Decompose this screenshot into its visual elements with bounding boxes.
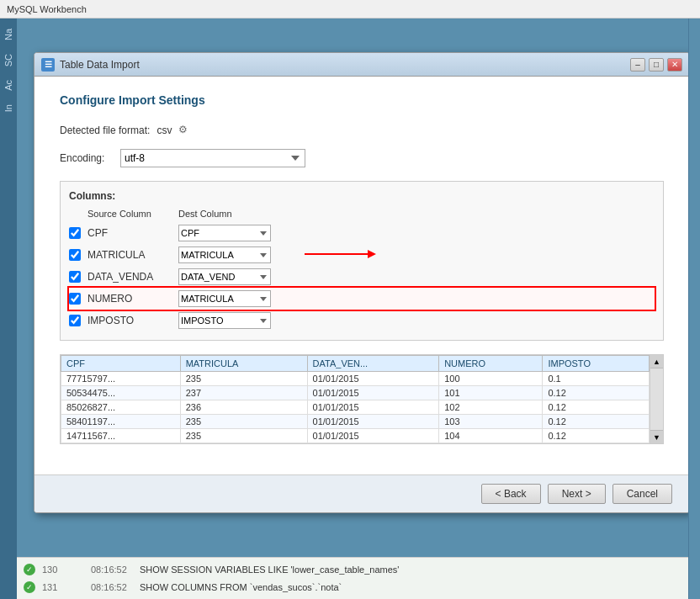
gear-icon[interactable]: ⚙	[178, 124, 192, 137]
preview-cell: 77715797...	[61, 372, 181, 386]
preview-cell: 237	[180, 386, 307, 400]
dialog-titlebar: ☰ Table Data Import – □ ✕	[34, 53, 689, 77]
col-checkbox-imposto[interactable]	[69, 315, 81, 326]
encoding-select[interactable]: utf-8 latin1 utf-16 ascii	[120, 149, 305, 167]
col-header-source: Source Column	[88, 209, 172, 219]
preview-cell: 14711567...	[61, 429, 181, 443]
status-bar: ✓ 130 08:16:52 SHOW SESSION VARIABLES LI…	[17, 557, 700, 599]
next-button[interactable]: Next >	[548, 484, 606, 504]
list-item: 85026827...23601/01/20151020.12	[61, 400, 650, 415]
table-row: IMPOSTO CPF MATRICULA DATA_VEND NUMERO I…	[69, 310, 655, 331]
preview-cell: 01/01/2015	[307, 429, 439, 443]
col-dest-select-imposto[interactable]: CPF MATRICULA DATA_VEND NUMERO IMPOSTO	[178, 312, 271, 329]
col-source-cpf: CPF	[88, 227, 172, 239]
table-row: DATA_VENDA CPF MATRICULA DATA_VEND NUMER…	[69, 266, 655, 288]
close-button[interactable]: ✕	[667, 58, 682, 72]
svg-marker-1	[368, 250, 376, 258]
col-dest-select-numero[interactable]: CPF MATRICULA DATA_VEND NUMERO IMPOSTO	[178, 290, 271, 307]
back-button[interactable]: < Back	[481, 484, 541, 504]
col-dest-select-matricula[interactable]: CPF MATRICULA DATA_VEND NUMERO IMPOSTO	[178, 246, 271, 263]
table-row: NUMERO CPF MATRICULA DATA_VEND NUMERO IM…	[69, 288, 655, 310]
dialog-content: Configure Import Settings Detected file …	[34, 77, 689, 474]
preview-cell: 58401197...	[61, 415, 181, 429]
table-row: MATRICULA CPF MATRICULA DATA_VEND NUMERO…	[69, 244, 655, 266]
preview-cell: 0.12	[543, 415, 650, 429]
dialog-icon: ☰	[41, 58, 55, 72]
preview-cell: 102	[439, 400, 543, 415]
status-time: 08:16:52	[91, 565, 133, 575]
col-source-matricula: MATRICULA	[88, 249, 172, 261]
scrollbar-up-button[interactable]: ▲	[650, 355, 663, 368]
scrollbar-down-button[interactable]: ▼	[650, 430, 663, 443]
preview-cell: 01/01/2015	[307, 415, 439, 429]
preview-cell: 103	[439, 415, 543, 429]
table-row: CPF CPF MATRICULA DATA_VEND NUMERO IMPOS…	[69, 222, 655, 244]
preview-cell: 01/01/2015	[307, 386, 439, 400]
sidebar-item-ac[interactable]: Ac	[0, 73, 17, 98]
preview-header-numero: NUMERO	[439, 356, 543, 372]
list-item: 77715797...23501/01/20151000.1	[61, 372, 650, 386]
list-item: 50534475...23701/01/20151010.12	[61, 386, 650, 400]
status-icon-green: ✓	[24, 564, 35, 575]
section-title: Configure Import Settings	[60, 93, 664, 107]
app-title: MySQL Workbench	[7, 4, 87, 14]
maximize-button[interactable]: □	[649, 58, 664, 72]
col-checkbox-cpf[interactable]	[69, 227, 81, 239]
dialog-footer: < Back Next > Cancel	[34, 474, 689, 512]
preview-cell: 01/01/2015	[307, 400, 439, 415]
sidebar-item-sc[interactable]: SC	[0, 47, 17, 73]
preview-cell: 235	[180, 429, 307, 443]
col-source-imposto: IMPOSTO	[88, 315, 172, 326]
encoding-row: Encoding: utf-8 latin1 utf-16 ascii	[60, 149, 664, 167]
list-item: 58401197...23501/01/20151030.12	[61, 415, 650, 429]
preview-scrollbar: ▲ ▼	[650, 355, 663, 443]
sidebar-item-na[interactable]: Na	[0, 22, 17, 47]
preview-header-data-ven: DATA_VEN...	[307, 356, 439, 372]
preview-header-cpf: CPF	[61, 356, 181, 372]
col-checkbox-numero[interactable]	[69, 293, 81, 305]
preview-table-wrapper: CPF MATRICULA DATA_VEN... NUMERO IMPOSTO…	[61, 355, 663, 443]
preview-cell: 236	[180, 400, 307, 415]
col-dest-select-cpf[interactable]: CPF MATRICULA DATA_VEND NUMERO IMPOSTO	[178, 225, 271, 241]
preview-cell: 0.12	[543, 386, 650, 400]
status-message: SHOW SESSION VARIABLES LIKE 'lower_case_…	[140, 565, 399, 575]
right-scrollbar[interactable]	[688, 19, 700, 599]
dialog-title-left: ☰ Table Data Import	[41, 58, 140, 72]
preview-cell: 01/01/2015	[307, 372, 439, 386]
status-row: ✓ 131 08:16:52 SHOW COLUMNS FROM `vendas…	[24, 581, 700, 593]
minimize-button[interactable]: –	[630, 58, 645, 72]
columns-label: Columns:	[69, 190, 655, 202]
cancel-button[interactable]: Cancel	[612, 484, 672, 504]
col-source-data-venda: DATA_VENDA	[88, 271, 172, 283]
status-row: ✓ 130 08:16:52 SHOW SESSION VARIABLES LI…	[24, 564, 700, 575]
dialog-title-text: Table Data Import	[60, 59, 140, 71]
preview-cell: 101	[439, 386, 543, 400]
col-source-numero: NUMERO	[88, 293, 172, 305]
status-icon-green: ✓	[24, 581, 35, 593]
columns-section: Columns: Source Column Dest Column CPF C…	[60, 181, 664, 341]
annotation-arrow-matricula	[305, 246, 380, 262]
list-item: 14711567...23501/01/20151040.12	[61, 429, 650, 443]
file-format-label: Detected file format:	[60, 125, 150, 136]
sidebar-item-in[interactable]: In	[0, 98, 17, 119]
preview-cell: 100	[439, 372, 543, 386]
dialog: ☰ Table Data Import – □ ✕ Configure Impo…	[34, 52, 690, 513]
columns-header: Source Column Dest Column	[69, 209, 655, 219]
col-checkbox-data-venda[interactable]	[69, 271, 81, 283]
app-titlebar: MySQL Workbench	[0, 0, 700, 19]
status-message: SHOW COLUMNS FROM `vendas_sucos`.`nota`	[140, 582, 342, 592]
file-format-row: Detected file format: csv ⚙	[60, 124, 664, 137]
preview-cell: 0.1	[543, 372, 650, 386]
status-number: 130	[42, 565, 84, 575]
preview-header-row: CPF MATRICULA DATA_VEN... NUMERO IMPOSTO	[61, 356, 650, 372]
status-number: 131	[42, 582, 84, 592]
columns-inner: CPF CPF MATRICULA DATA_VEND NUMERO IMPOS…	[69, 222, 655, 331]
app-body: Na SC Ac In ☰ Table Data Import – □ ✕	[0, 19, 700, 599]
sidebar: Na SC Ac In	[0, 19, 17, 599]
preview-table: CPF MATRICULA DATA_VEN... NUMERO IMPOSTO…	[61, 355, 650, 443]
preview-header-imposto: IMPOSTO	[543, 356, 650, 372]
file-format-value: csv	[156, 125, 172, 136]
col-checkbox-matricula[interactable]	[69, 249, 81, 261]
col-dest-select-data-venda[interactable]: CPF MATRICULA DATA_VEND NUMERO IMPOSTO	[178, 268, 271, 285]
col-header-dest: Dest Column	[178, 209, 279, 219]
